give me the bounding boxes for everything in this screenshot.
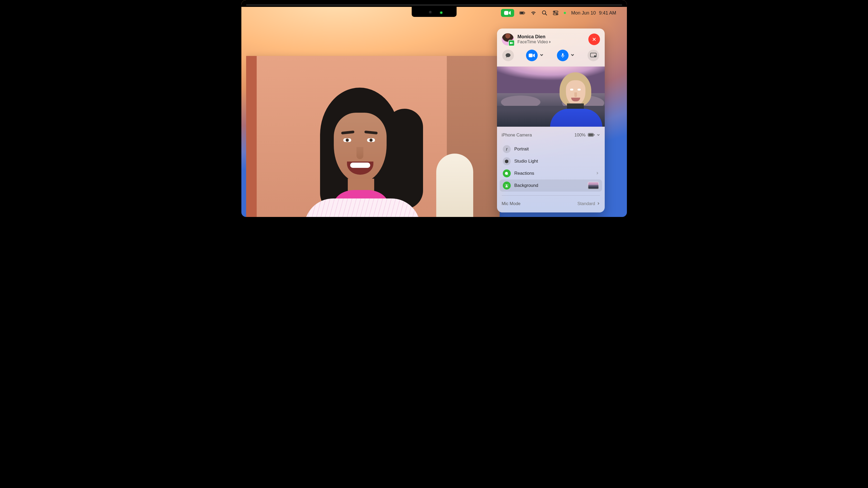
- privacy-indicator-dot: [564, 12, 566, 14]
- microphone-options-dropdown[interactable]: [571, 53, 576, 58]
- mic-mode-label: Mic Mode: [502, 201, 521, 206]
- camera-source-row[interactable]: iPhone Camera 100%: [502, 128, 600, 141]
- end-call-button[interactable]: [588, 34, 600, 45]
- svg-point-22: [508, 184, 508, 185]
- camera-source-label: iPhone Camera: [502, 132, 532, 137]
- display-notch: [412, 6, 457, 17]
- messages-button[interactable]: [502, 50, 514, 61]
- cube-icon: [503, 157, 511, 165]
- chevron-right-icon: [597, 202, 600, 205]
- studio-light-option[interactable]: Studio Light: [500, 155, 602, 167]
- screen-share-button[interactable]: [588, 50, 599, 61]
- chevron-right-icon: [596, 171, 599, 175]
- speech-bubble-icon: [505, 53, 511, 58]
- microphone-icon: [560, 53, 565, 58]
- svg-point-21: [505, 184, 505, 185]
- svg-point-7: [554, 11, 555, 12]
- svg-line-5: [545, 14, 547, 15]
- facetime-control-panel: Monica Dien FaceTime Video: [497, 29, 605, 213]
- menubar-time: 9:41 AM: [599, 10, 616, 16]
- aperture-icon: f: [503, 145, 511, 153]
- person-background-icon: [503, 182, 511, 190]
- camera-toggle-group: [526, 50, 545, 61]
- desktop-area: Mon Jun 10 9:41 AM: [246, 6, 622, 217]
- svg-text:f: f: [506, 148, 507, 151]
- facetime-badge-icon: [508, 40, 515, 46]
- svg-rect-11: [529, 54, 533, 57]
- facetime-status-badge[interactable]: [501, 9, 514, 17]
- video-camera-icon: [504, 10, 511, 15]
- call-type-label[interactable]: FaceTime Video: [518, 40, 585, 44]
- portrait-mode-option[interactable]: f Portrait: [500, 143, 602, 155]
- svg-rect-3: [525, 12, 525, 13]
- chevron-right-icon: [549, 41, 551, 43]
- microphone-toggle-button[interactable]: [557, 50, 568, 61]
- control-center-icon[interactable]: [553, 10, 559, 16]
- svg-point-23: [505, 186, 505, 186]
- divider: [502, 195, 600, 196]
- svg-rect-16: [588, 134, 593, 136]
- svg-point-9: [556, 13, 557, 14]
- portrait-label: Portrait: [515, 147, 599, 152]
- self-participant-video: [541, 71, 602, 127]
- video-camera-icon: [529, 53, 535, 58]
- mic-mode-row[interactable]: Mic Mode Standard: [497, 197, 605, 213]
- svg-rect-10: [510, 42, 512, 44]
- reactions-label: Reactions: [515, 171, 592, 176]
- studio-light-label: Studio Light: [515, 159, 599, 164]
- svg-rect-17: [594, 134, 594, 136]
- microphone-toggle-group: [557, 50, 576, 61]
- camera-options-dropdown[interactable]: [540, 53, 545, 58]
- chevron-down-icon: [597, 133, 600, 136]
- background-thumbnail: [588, 182, 599, 189]
- spotlight-search-icon[interactable]: [541, 10, 548, 16]
- screen-share-icon: [590, 53, 596, 58]
- background-option[interactable]: Background: [500, 180, 602, 192]
- close-icon: [592, 37, 596, 42]
- svg-rect-0: [504, 11, 508, 15]
- panel-header: Monica Dien FaceTime Video: [497, 29, 605, 49]
- camera-active-led: [440, 11, 442, 14]
- svg-point-14: [594, 55, 596, 57]
- panel-action-row: [497, 49, 605, 66]
- chevron-down-icon: [540, 53, 544, 57]
- menubar-clock[interactable]: Mon Jun 10 9:41 AM: [571, 10, 616, 16]
- camera-battery-percent: 100%: [575, 132, 585, 137]
- wifi-icon[interactable]: [530, 10, 536, 16]
- self-camera-preview[interactable]: [497, 66, 605, 127]
- menubar-date: Mon Jun 10: [571, 10, 596, 16]
- macbook-screen: Mon Jun 10 9:41 AM: [241, 0, 627, 217]
- facetime-video-window[interactable]: [246, 56, 500, 217]
- svg-rect-2: [520, 12, 524, 14]
- battery-icon: [588, 133, 595, 137]
- svg-rect-12: [562, 53, 563, 56]
- camera-toggle-button[interactable]: [526, 50, 538, 61]
- remote-participant-video: [288, 88, 457, 217]
- background-label: Background: [515, 183, 584, 188]
- reactions-option[interactable]: Reactions: [500, 167, 602, 180]
- chevron-down-icon: [571, 53, 575, 57]
- svg-point-24: [508, 186, 508, 186]
- svg-point-20: [506, 185, 507, 186]
- reactions-icon: [503, 169, 511, 177]
- video-effects-list: f Portrait Studio Light Reactions Backgr…: [497, 142, 605, 194]
- camera-lens: [429, 10, 432, 14]
- mic-mode-value: Standard: [578, 201, 595, 206]
- contact-avatar[interactable]: [502, 33, 514, 45]
- contact-name: Monica Dien: [518, 34, 585, 40]
- battery-status-icon[interactable]: [520, 10, 525, 16]
